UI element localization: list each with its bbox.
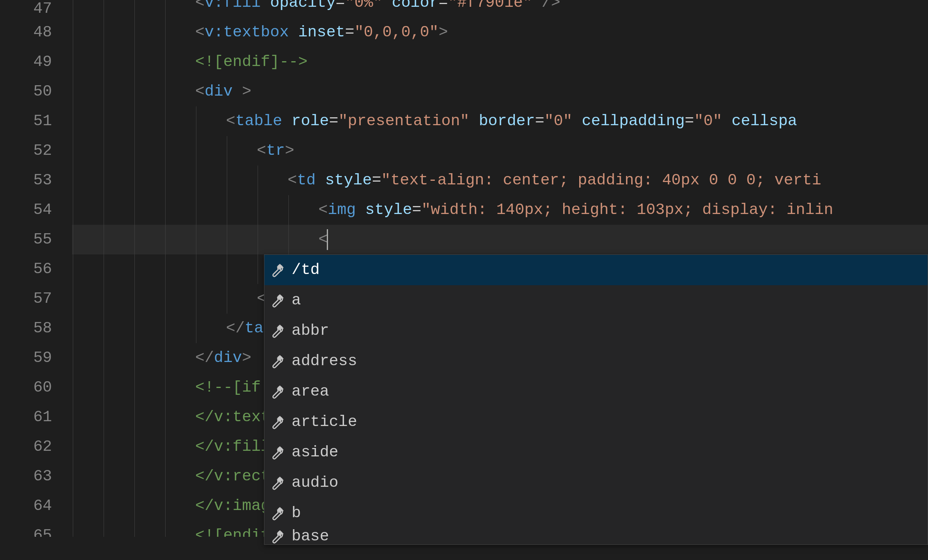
code-token: cellspa xyxy=(732,112,797,130)
code-token: opacity xyxy=(270,0,336,12)
line-number: 63 xyxy=(0,462,52,491)
autocomplete-item-label: abbr xyxy=(292,316,928,346)
code-token: > xyxy=(242,349,251,367)
code-token xyxy=(572,112,582,130)
code-token: cellpadding xyxy=(582,112,684,130)
autocomplete-popup[interactable]: /tdaabbraddressareaarticleasideaudiobbas… xyxy=(264,254,928,545)
code-token: v:fill xyxy=(204,0,260,12)
line-number: 52 xyxy=(0,136,52,166)
autocomplete-item-label: a xyxy=(292,285,928,316)
code-token: table xyxy=(235,112,282,130)
autocomplete-item-label: /td xyxy=(292,255,928,285)
code-line[interactable]: <img style="width: 140px; height: 103px;… xyxy=(72,195,928,225)
code-token: "0" xyxy=(544,112,572,130)
code-token: tr xyxy=(266,142,285,160)
autocomplete-item-label: article xyxy=(292,407,928,437)
code-token: td xyxy=(297,172,316,189)
code-token: < xyxy=(226,112,235,130)
code-token: "0%" xyxy=(345,0,382,12)
autocomplete-item[interactable]: /td xyxy=(264,255,928,285)
code-token: = xyxy=(336,0,345,12)
line-number: 50 xyxy=(0,77,52,106)
code-token: < xyxy=(195,0,204,12)
line-number: 60 xyxy=(0,373,52,402)
code-line[interactable]: <table role="presentation" border="0" ce… xyxy=(72,106,928,136)
wrench-icon xyxy=(269,353,285,369)
code-token xyxy=(382,0,392,12)
autocomplete-item[interactable]: base xyxy=(264,528,928,544)
code-token: = xyxy=(439,0,448,12)
autocomplete-item-label: area xyxy=(292,376,928,407)
code-token: color xyxy=(392,0,439,12)
line-number: 57 xyxy=(0,284,52,314)
code-token: v:textbox xyxy=(204,24,289,41)
code-token: = xyxy=(372,172,381,189)
text-cursor xyxy=(327,229,328,250)
autocomplete-item-label: audio xyxy=(292,468,928,498)
code-token: "0" xyxy=(694,112,722,130)
code-token xyxy=(289,24,298,41)
wrench-icon xyxy=(269,475,285,491)
code-token: "#f7901e" xyxy=(448,0,532,12)
code-token: </ xyxy=(226,320,245,337)
code-line[interactable]: <v:textbox inset="0,0,0,0"> xyxy=(72,18,928,47)
code-token: = xyxy=(329,112,338,130)
code-line[interactable]: <v:fill opacity="0%" color="#f7901e" /> xyxy=(72,0,928,18)
autocomplete-item[interactable]: aside xyxy=(264,437,928,468)
code-token: border xyxy=(479,112,535,130)
wrench-icon xyxy=(269,323,285,339)
code-token: > xyxy=(285,142,294,160)
line-number: 56 xyxy=(0,254,52,284)
wrench-icon xyxy=(269,414,285,430)
code-token: < xyxy=(257,142,266,160)
line-number: 54 xyxy=(0,195,52,225)
wrench-icon xyxy=(269,528,285,544)
code-token xyxy=(316,172,325,189)
autocomplete-item-label: base xyxy=(292,528,928,544)
code-token: "0,0,0,0" xyxy=(354,24,439,41)
autocomplete-item-label: address xyxy=(292,346,928,376)
code-token: inset xyxy=(298,24,345,41)
code-token xyxy=(233,83,242,100)
code-token: > xyxy=(242,83,251,100)
code-token: div xyxy=(204,83,232,100)
wrench-icon xyxy=(269,505,285,521)
code-editor[interactable]: 47 48 49 50 51 52 53 54 55 56 57 58 59 6… xyxy=(0,0,928,560)
line-number: 51 xyxy=(0,106,52,136)
code-line[interactable]: < xyxy=(72,225,928,254)
code-line[interactable]: <td style="text-align: center; padding: … xyxy=(72,166,928,195)
code-line[interactable]: <![endif]--> xyxy=(72,47,928,77)
autocomplete-item[interactable]: address xyxy=(264,346,928,376)
code-token xyxy=(356,201,365,219)
autocomplete-item[interactable]: audio xyxy=(264,468,928,498)
autocomplete-item[interactable]: a xyxy=(264,285,928,316)
code-token: </ xyxy=(195,349,214,367)
line-number: 62 xyxy=(0,432,52,462)
code-token: div xyxy=(214,349,242,367)
code-token xyxy=(532,0,542,12)
code-token: "presentation" xyxy=(338,112,470,130)
code-token: role xyxy=(292,112,329,130)
line-number: 61 xyxy=(0,402,52,432)
code-token: < xyxy=(318,201,328,219)
code-token: = xyxy=(345,24,354,41)
code-token: /> xyxy=(542,0,560,12)
code-token: < xyxy=(195,83,204,100)
code-token: = xyxy=(412,201,421,219)
autocomplete-item[interactable]: area xyxy=(264,376,928,407)
code-token xyxy=(470,112,479,130)
wrench-icon xyxy=(269,444,285,460)
code-line[interactable]: <tr> xyxy=(72,136,928,166)
code-line[interactable]: <div > xyxy=(72,77,928,106)
autocomplete-item[interactable]: b xyxy=(264,498,928,528)
code-token: < xyxy=(318,231,328,248)
code-token: "text-align: center; padding: 40px 0 0 0… xyxy=(381,172,821,189)
autocomplete-item[interactable]: abbr xyxy=(264,316,928,346)
line-number: 55 xyxy=(0,225,52,254)
autocomplete-item-label: b xyxy=(292,498,928,528)
line-number: 47 xyxy=(0,0,52,18)
code-token: > xyxy=(439,24,448,41)
wrench-icon xyxy=(269,262,285,278)
code-token: = xyxy=(685,112,694,130)
autocomplete-item[interactable]: article xyxy=(264,407,928,437)
